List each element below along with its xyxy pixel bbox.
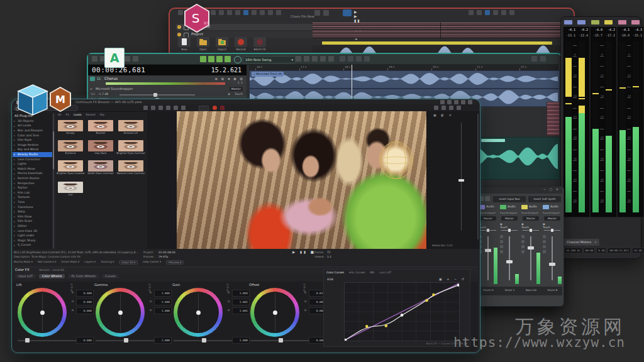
- desktop: ▶ ▶ ▮▮ ■ ◀◀ ▶▶ ◀ Chaos File New iWorkspa…: [0, 0, 644, 362]
- acid-logo: A: [104, 48, 125, 68]
- mocha-logo: M: [49, 87, 72, 112]
- svg-text:S: S: [192, 11, 200, 26]
- acid-logo-letter: A: [110, 51, 119, 65]
- soundforge-logo: S97: [184, 4, 210, 33]
- svg-text:M: M: [55, 94, 65, 106]
- svg-text:97: 97: [204, 21, 209, 25]
- borisfx-logo: [16, 83, 49, 118]
